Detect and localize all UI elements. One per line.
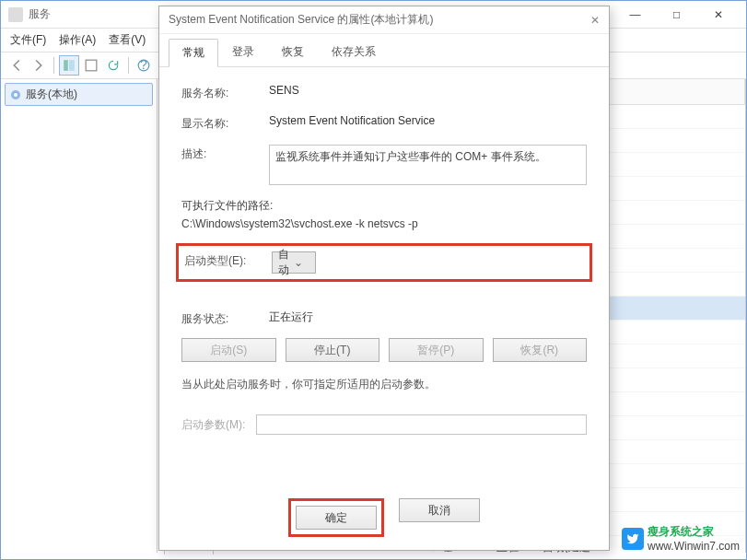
label-startup-type: 启动类型(E): (184, 251, 272, 269)
tab-general[interactable]: 常规 (169, 39, 218, 67)
dialog-footer: 确定 取消 (159, 498, 609, 537)
help-button[interactable]: ? (134, 55, 154, 76)
dialog-title: System Event Notification Service 的属性(本地… (169, 12, 590, 28)
tree-node-services-local[interactable]: 服务(本地) (5, 83, 153, 106)
svg-rect-0 (64, 60, 68, 71)
bird-icon (622, 528, 644, 550)
startup-type-dropdown[interactable]: 自动 ⌄ (272, 251, 316, 274)
label-service-status: 服务状态: (181, 309, 269, 327)
value-service-name: SENS (269, 84, 587, 97)
toolbar-divider (128, 57, 129, 74)
dialog-body: 服务名称: SENS 显示名称: System Event Notificati… (159, 67, 609, 451)
properties-dialog: System Event Notification Service 的属性(本地… (158, 6, 610, 551)
toolbar-divider (53, 57, 54, 74)
value-exe-path: C:\Windows\system32\svchost.exe -k netsv… (181, 217, 587, 230)
gear-icon (9, 88, 22, 101)
label-exe-path: 可执行文件的路径: (181, 198, 587, 214)
label-service-name: 服务名称: (181, 84, 269, 101)
startup-params-hint: 当从此处启动服务时，你可指定所适用的启动参数。 (181, 377, 587, 392)
tab-recovery[interactable]: 恢复 (268, 38, 318, 66)
refresh-button[interactable] (103, 55, 123, 76)
svg-point-6 (14, 93, 18, 97)
close-button[interactable]: ✕ (697, 2, 739, 28)
dialog-tabs: 常规 登录 恢复 依存关系 (159, 38, 609, 67)
svg-text:?: ? (140, 59, 147, 72)
svg-rect-1 (69, 60, 75, 71)
value-display-name: System Event Notification Service (269, 114, 587, 127)
menu-action[interactable]: 操作(A) (59, 32, 96, 48)
tab-logon[interactable]: 登录 (218, 38, 268, 66)
startup-type-value: 自动 (278, 247, 294, 278)
pause-button: 暂停(P) (389, 338, 484, 362)
properties-button[interactable] (81, 55, 101, 76)
maximize-button[interactable]: □ (656, 2, 697, 28)
label-description: 描述: (181, 145, 269, 162)
forward-button[interactable] (29, 55, 49, 76)
dialog-close-button[interactable]: ✕ (590, 14, 600, 27)
label-start-params: 启动参数(M): (181, 417, 245, 433)
chevron-down-icon: ⌄ (294, 256, 309, 269)
svg-rect-2 (86, 60, 97, 71)
start-button: 启动(S) (181, 338, 276, 362)
minimize-button[interactable]: — (614, 2, 656, 28)
app-icon (8, 7, 23, 22)
value-service-status: 正在运行 (269, 309, 587, 325)
ok-button[interactable]: 确定 (296, 506, 377, 530)
start-params-input (256, 414, 587, 435)
menu-file[interactable]: 文件(F) (10, 32, 46, 48)
highlight-ok-button: 确定 (288, 498, 384, 537)
back-button[interactable] (6, 55, 27, 76)
tree-pane: 服务(本地) (1, 79, 158, 553)
resume-button: 恢复(R) (493, 338, 588, 362)
menu-view[interactable]: 查看(V) (109, 32, 146, 48)
description-textarea[interactable]: 监视系统事件并通知订户这些事件的 COM+ 事件系统。 (269, 145, 587, 185)
tab-dependencies[interactable]: 依存关系 (318, 38, 390, 66)
view-detail-button[interactable] (59, 55, 79, 76)
watermark: 瘦身系统之家 www.Winwin7.com (622, 524, 740, 553)
stop-button[interactable]: 停止(T) (286, 338, 380, 362)
watermark-brand: 瘦身系统之家 (648, 524, 740, 540)
highlight-startup-type: 启动类型(E): 自动 ⌄ (176, 243, 592, 282)
watermark-url: www.Winwin7.com (648, 540, 740, 553)
tree-node-label: 服务(本地) (26, 87, 77, 102)
cancel-button[interactable]: 取消 (399, 498, 480, 522)
dialog-titlebar: System Event Notification Service 的属性(本地… (159, 6, 609, 34)
label-display-name: 显示名称: (181, 114, 269, 132)
